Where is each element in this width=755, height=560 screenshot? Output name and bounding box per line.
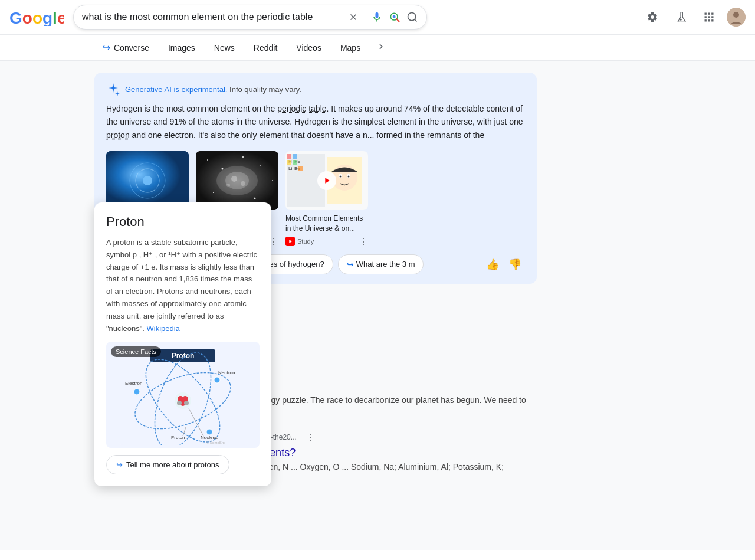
- avatar[interactable]: [727, 8, 746, 27]
- svg-point-28: [260, 165, 261, 166]
- svg-rect-12: [705, 16, 707, 18]
- chip-arrow-icon-3: ↪: [347, 260, 354, 269]
- google-logo[interactable]: Google: [9, 8, 64, 26]
- svg-point-4: [393, 15, 396, 18]
- voice-search-button[interactable]: [371, 11, 383, 23]
- ai-header: Generative AI is experimental. Info qual…: [106, 82, 525, 96]
- svg-rect-9: [705, 13, 707, 15]
- ai-experimental-link[interactable]: Generative AI is experimental.: [125, 85, 227, 94]
- tab-converse[interactable]: ↪ Converse: [94, 35, 157, 60]
- ai-header-text: Generative AI is experimental. Info qual…: [125, 85, 301, 94]
- source-text-3: Study: [297, 238, 314, 245]
- science-facts-badge: Science Facts: [111, 346, 161, 357]
- svg-point-36: [226, 184, 230, 187]
- svg-point-52: [340, 176, 342, 178]
- svg-point-68: [134, 389, 140, 395]
- search-input[interactable]: what is the most common element on the p…: [82, 12, 342, 22]
- svg-rect-46: [287, 160, 291, 165]
- svg-rect-45: [293, 154, 297, 159]
- proton-tooltip-title: Proton: [106, 214, 260, 230]
- nav-tabs: ↪ Converse Images News Reddit Videos Map…: [0, 35, 755, 61]
- image-thumb-2: [196, 151, 278, 210]
- byjus-menu-button[interactable]: ⋮: [306, 432, 316, 443]
- image-source-3: Study ⋮: [285, 236, 368, 247]
- tell-more-arrow-icon: ↪: [116, 460, 123, 469]
- settings-button[interactable]: [642, 6, 663, 28]
- svg-text:Li: Li: [288, 166, 292, 171]
- tab-maps[interactable]: Maps: [332, 36, 369, 60]
- wikipedia-link[interactable]: Wikipedia: [147, 324, 180, 333]
- tab-news[interactable]: News: [206, 36, 243, 60]
- labs-button[interactable]: [670, 6, 691, 28]
- tell-more-about-protons-button[interactable]: ↪ Tell me more about protons: [106, 455, 229, 474]
- image-thumb-1: [106, 151, 189, 210]
- thumbs-up-button[interactable]: 👍: [482, 254, 503, 274]
- svg-point-35: [241, 181, 245, 186]
- source-menu-3[interactable]: ⋮: [359, 236, 368, 247]
- svg-point-27: [242, 156, 244, 158]
- svg-point-6: [408, 13, 416, 21]
- svg-point-70: [206, 429, 212, 435]
- svg-text:Electron: Electron: [125, 381, 142, 386]
- main-content: Generative AI is experimental. Info qual…: [0, 61, 755, 550]
- svg-rect-47: [293, 160, 297, 165]
- svg-point-53: [348, 176, 350, 178]
- tab-videos[interactable]: Videos: [288, 36, 330, 60]
- play-icon: [317, 171, 336, 190]
- svg-rect-14: [711, 16, 713, 18]
- svg-point-8: [680, 19, 681, 21]
- converse-arrow-icon: ↪: [103, 42, 110, 53]
- image-title-3: Most Common Elements in the Universe & o…: [285, 214, 368, 234]
- svg-point-25: [207, 159, 208, 161]
- svg-rect-15: [705, 19, 707, 21]
- ai-sparkle-icon: [106, 82, 120, 96]
- proton-tooltip-description: A proton is a stable subatomic particle,…: [106, 237, 260, 335]
- svg-point-66: [177, 401, 182, 405]
- header: Google what is the most common element o…: [0, 0, 755, 35]
- periodic-table-link[interactable]: periodic table: [277, 104, 326, 113]
- header-right: [642, 6, 746, 28]
- proton-link[interactable]: proton: [106, 130, 130, 140]
- svg-rect-11: [711, 13, 713, 15]
- tab-reddit[interactable]: Reddit: [245, 36, 285, 60]
- svg-point-26: [222, 168, 224, 170]
- clear-search-button[interactable]: [348, 12, 359, 22]
- svg-point-67: [184, 401, 189, 405]
- proton-tooltip: Proton A proton is a stable subatomic pa…: [94, 202, 271, 486]
- svg-line-7: [415, 19, 417, 22]
- thumbs-down-button[interactable]: 👎: [505, 254, 525, 274]
- svg-point-19: [733, 12, 739, 18]
- svg-text:© SomeSrc: © SomeSrc: [206, 441, 225, 444]
- svg-rect-13: [708, 16, 710, 18]
- svg-rect-10: [708, 13, 710, 15]
- lens-search-button[interactable]: [389, 11, 401, 23]
- search-bar: what is the most common element on the p…: [73, 5, 427, 30]
- image-card-3[interactable]: H He Li Be: [285, 151, 368, 247]
- more-tabs-button[interactable]: [371, 37, 391, 58]
- svg-point-30: [213, 192, 214, 193]
- svg-rect-48: [298, 166, 303, 171]
- svg-point-31: [254, 198, 256, 199]
- tab-images[interactable]: Images: [160, 36, 203, 60]
- source-icon-3: [285, 237, 295, 246]
- chip-what-are[interactable]: ↪ What are the 3 m: [338, 254, 424, 274]
- apps-button[interactable]: [698, 6, 720, 28]
- svg-text:Neutron: Neutron: [218, 370, 235, 375]
- svg-text:Google: Google: [9, 9, 64, 26]
- proton-diagram: Proton: [106, 342, 260, 448]
- svg-rect-16: [708, 19, 710, 21]
- ai-description: Hydrogen is the most common element on t…: [106, 102, 525, 142]
- svg-rect-44: [287, 154, 291, 159]
- svg-line-5: [396, 19, 399, 21]
- svg-point-29: [272, 180, 273, 181]
- svg-point-34: [231, 176, 237, 182]
- svg-point-69: [214, 377, 220, 383]
- google-search-button[interactable]: [406, 11, 418, 23]
- svg-rect-17: [711, 19, 713, 21]
- feedback-buttons: 👍 👎: [482, 254, 525, 274]
- proton-image-container: Science Facts Proton: [106, 342, 260, 448]
- svg-point-23: [143, 176, 152, 185]
- image-thumb-3: H He Li Be: [285, 151, 368, 210]
